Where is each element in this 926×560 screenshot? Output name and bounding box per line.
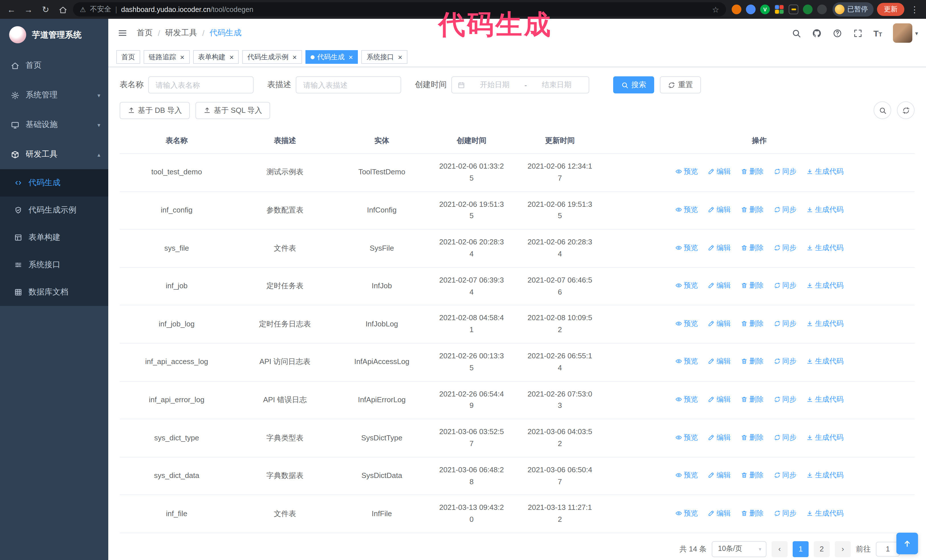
edit-link[interactable]: 编辑: [708, 318, 731, 329]
extension-icon[interactable]: V: [760, 5, 770, 14]
sidebar-item-system-api[interactable]: 系统接口: [0, 251, 108, 279]
tab-close-icon[interactable]: ×: [229, 53, 234, 61]
delete-link[interactable]: 删除: [741, 280, 764, 291]
refresh-button[interactable]: [897, 101, 915, 119]
sync-link[interactable]: 同步: [773, 469, 796, 481]
delete-link[interactable]: 删除: [741, 166, 764, 177]
delete-link[interactable]: 删除: [741, 356, 764, 367]
search-button[interactable]: 搜索: [613, 76, 654, 94]
fullscreen-icon[interactable]: [853, 28, 862, 38]
edit-link[interactable]: 编辑: [708, 432, 731, 443]
import-sql-button[interactable]: 基于 SQL 导入: [196, 102, 270, 119]
generate-code-link[interactable]: 生成代码: [806, 280, 844, 291]
help-icon[interactable]: [832, 28, 842, 38]
import-db-button[interactable]: 基于 DB 导入: [120, 102, 190, 119]
tab-form-builder[interactable]: 表单构建×: [193, 50, 239, 64]
browser-update-button[interactable]: 更新: [877, 3, 904, 16]
user-menu[interactable]: ▾: [893, 23, 918, 43]
generate-code-link[interactable]: 生成代码: [806, 507, 844, 519]
sync-link[interactable]: 同步: [773, 242, 796, 253]
sidebar-item-db-docs[interactable]: 数据库文档: [0, 279, 108, 306]
github-icon[interactable]: [812, 28, 822, 38]
edit-link[interactable]: 编辑: [708, 356, 731, 367]
browser-reload-button[interactable]: ↻: [39, 4, 53, 15]
preview-link[interactable]: 预览: [675, 242, 698, 253]
browser-menu-kebab-icon[interactable]: ⋮: [908, 4, 921, 15]
sidebar-item-codegen[interactable]: 代码生成: [0, 169, 108, 196]
extension-icon[interactable]: [775, 5, 784, 14]
generate-code-link[interactable]: 生成代码: [806, 318, 844, 329]
sidebar-item-codegen-example[interactable]: 代码生成示例: [0, 196, 108, 224]
breadcrumb-home[interactable]: 首页: [137, 28, 153, 38]
tab-trace[interactable]: 链路追踪×: [144, 50, 189, 64]
preview-link[interactable]: 预览: [675, 507, 698, 519]
back-to-top-button[interactable]: [896, 533, 918, 554]
generate-code-link[interactable]: 生成代码: [806, 204, 844, 215]
tab-close-icon[interactable]: ×: [349, 53, 353, 61]
search-icon[interactable]: [791, 28, 801, 38]
extension-icon[interactable]: [732, 5, 741, 14]
bookmark-star-icon[interactable]: ☆: [712, 5, 719, 14]
extension-icon[interactable]: [817, 5, 827, 14]
edit-link[interactable]: 编辑: [708, 166, 731, 177]
generate-code-link[interactable]: 生成代码: [806, 394, 844, 405]
browser-forward-button[interactable]: →: [22, 5, 35, 14]
sync-link[interactable]: 同步: [773, 356, 796, 367]
tab-system-api[interactable]: 系统接口×: [362, 50, 407, 64]
preview-link[interactable]: 预览: [675, 318, 698, 329]
extension-icon[interactable]: [746, 5, 756, 14]
table-name-input[interactable]: [148, 76, 254, 94]
tab-close-icon[interactable]: ×: [398, 53, 402, 61]
sidebar-item-form-builder[interactable]: 表单构建: [0, 224, 108, 251]
sync-link[interactable]: 同步: [773, 280, 796, 291]
sync-link[interactable]: 同步: [773, 432, 796, 443]
delete-link[interactable]: 删除: [741, 318, 764, 329]
tab-codegen[interactable]: 代码生成×: [306, 50, 358, 64]
delete-link[interactable]: 删除: [741, 204, 764, 215]
sidebar-item-home[interactable]: 首页: [0, 51, 108, 80]
preview-link[interactable]: 预览: [675, 356, 698, 367]
delete-link[interactable]: 删除: [741, 432, 764, 443]
font-size-icon[interactable]: TT: [873, 28, 882, 38]
tab-close-icon[interactable]: ×: [180, 53, 185, 61]
preview-link[interactable]: 预览: [675, 469, 698, 481]
sidebar-toggle-button[interactable]: [108, 28, 137, 38]
sidebar-item-dev-tools[interactable]: 研发工具 ▴: [0, 140, 108, 169]
prev-page-button[interactable]: ‹: [772, 541, 788, 557]
edit-link[interactable]: 编辑: [708, 204, 731, 215]
preview-link[interactable]: 预览: [675, 432, 698, 443]
delete-link[interactable]: 删除: [741, 469, 764, 481]
sync-link[interactable]: 同步: [773, 507, 796, 519]
reset-button[interactable]: 重置: [660, 76, 701, 94]
extension-icon[interactable]: [789, 5, 798, 14]
generate-code-link[interactable]: 生成代码: [806, 356, 844, 367]
address-bar[interactable]: ⚠ 不安全 | dashboard.yudao.iocoder.cn/tool/…: [73, 2, 726, 17]
preview-link[interactable]: 预览: [675, 166, 698, 177]
page-button-2[interactable]: 2: [814, 541, 830, 557]
delete-link[interactable]: 删除: [741, 507, 764, 519]
tab-codegen-example[interactable]: 代码生成示例×: [242, 50, 302, 64]
delete-link[interactable]: 删除: [741, 394, 764, 405]
preview-link[interactable]: 预览: [675, 394, 698, 405]
sync-link[interactable]: 同步: [773, 394, 796, 405]
preview-link[interactable]: 预览: [675, 204, 698, 215]
generate-code-link[interactable]: 生成代码: [806, 242, 844, 253]
browser-home-button[interactable]: [56, 4, 70, 14]
breadcrumb-dev-tools[interactable]: 研发工具: [165, 28, 197, 38]
generate-code-link[interactable]: 生成代码: [806, 166, 844, 177]
extension-icon[interactable]: [803, 5, 813, 14]
delete-link[interactable]: 删除: [741, 242, 764, 253]
preview-link[interactable]: 预览: [675, 280, 698, 291]
sidebar-item-system-management[interactable]: 系统管理 ▾: [0, 80, 108, 110]
tab-home[interactable]: 首页: [116, 50, 140, 64]
generate-code-link[interactable]: 生成代码: [806, 469, 844, 481]
sync-link[interactable]: 同步: [773, 204, 796, 215]
toggle-search-button[interactable]: [873, 101, 891, 119]
browser-back-button[interactable]: ←: [5, 5, 18, 14]
edit-link[interactable]: 编辑: [708, 394, 731, 405]
generate-code-link[interactable]: 生成代码: [806, 432, 844, 443]
edit-link[interactable]: 编辑: [708, 280, 731, 291]
sidebar-item-infrastructure[interactable]: 基础设施 ▾: [0, 110, 108, 140]
tab-close-icon[interactable]: ×: [292, 53, 297, 61]
edit-link[interactable]: 编辑: [708, 469, 731, 481]
